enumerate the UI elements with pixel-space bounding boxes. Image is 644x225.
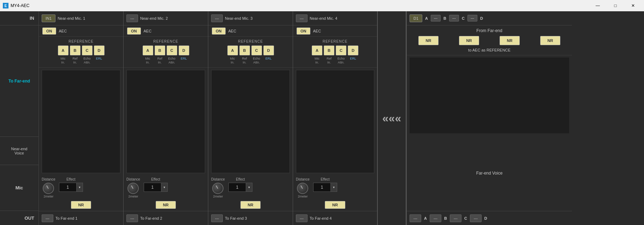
ch3-ref-c[interactable]: C [251,45,262,55]
ch1-dist-knob[interactable] [43,183,54,194]
ch1-on-button[interactable]: ON [42,28,56,35]
ch3-out-button[interactable]: --- [211,214,223,222]
ch4-ref-label-c: EchoAttn. [336,57,346,65]
far-end-voice-section: Far-end Voice [407,135,572,211]
right-nr-1[interactable]: NR [418,36,439,45]
ch2-ref-a[interactable]: A [143,45,153,55]
right-a-btn[interactable]: --- [431,15,441,22]
ch4-header: --- Near-end Mic. 4 [293,11,377,25]
ch2-dist-knob[interactable] [127,183,139,194]
ch2-out: --- To Far-end 2 [124,211,208,225]
ch1-ref-c[interactable]: C [82,45,93,55]
channel-4: --- Near-end Mic. 4 ON AEC REFERENCE A B… [293,11,378,225]
ch4-effect-label: Effect [321,177,329,181]
right-out-row: --- A --- B --- C --- D [407,211,572,225]
ch3-effect-arrow[interactable]: ▼ [246,183,252,192]
ch4-nr-button[interactable]: NR [325,201,345,209]
ch2-nr-button[interactable]: NR [156,201,176,209]
to-far-end-label: To Far-end [0,25,38,137]
title-bar: E MY4-AEC — □ ✕ [0,0,644,11]
ch3-ref-a[interactable]: A [227,45,238,55]
right-c-btn[interactable]: --- [467,15,477,22]
ch2-ref-c[interactable]: C [167,45,177,55]
ch1-label: Near-end Mic. 1 [58,16,85,20]
ch1-ref-a[interactable]: A [58,45,68,55]
ch2-graph [126,70,205,173]
right-b-label: B [442,16,448,20]
ch1-in-button[interactable]: IN1 [42,14,55,22]
ch3-in-button[interactable]: --- [211,14,223,22]
right-out-btn-3[interactable]: --- [450,214,461,222]
ch2-aec-label: AEC [144,29,152,33]
ch3-nr-button[interactable]: NR [240,201,261,209]
right-out-a: A [423,216,428,220]
ch2-in-button[interactable]: --- [126,14,138,22]
ch1-ref-d[interactable]: D [94,45,105,55]
ch2-reference: REFERENCE A B C D MicIn. RefIn. EchoAttn… [124,37,208,68]
ch2-ref-title: REFERENCE [126,39,205,43]
ch3-effect-label: Effect [236,177,245,181]
ch4-out-button[interactable]: --- [296,214,308,222]
ch4-dist-knob[interactable] [297,183,308,194]
ch3-dist-knob[interactable] [212,183,223,194]
right-nr-2[interactable]: NR [459,36,479,45]
right-out-btn-1[interactable]: --- [410,214,421,222]
ch1-ref-label-b: RefIn. [70,57,80,65]
right-out-btn-4[interactable]: --- [470,214,482,222]
minimize-button[interactable]: — [590,0,606,11]
ch3-effect-value: 1 [228,183,246,192]
ch4-out-label: To Far-end 4 [310,216,332,220]
ch2-effect-label: Effect [151,177,160,181]
ch3-ref-b[interactable]: B [239,45,250,55]
ch4-on-button[interactable]: ON [297,28,310,35]
ch4-effect-arrow[interactable]: ▼ [331,183,337,192]
ch2-out-button[interactable]: --- [126,214,138,222]
ch3-header: --- Near-end Mic. 3 [208,11,293,25]
right-out-b: B [443,216,448,220]
ch4-dist-label: Distance [296,177,310,181]
ch3-on-button[interactable]: ON [212,28,226,35]
ch1-nr-button[interactable]: NR [71,201,91,209]
ch1-ref-label-d: ERL [94,57,105,65]
ch1-header: IN1 Near-end Mic. 1 [39,11,123,25]
ch2-effect-arrow[interactable]: ▼ [161,183,168,192]
ch3-ref-d[interactable]: D [263,45,274,55]
ch2-out-label: To Far-end 2 [140,216,162,220]
app-title: MY4-AEC [11,3,29,8]
close-button[interactable]: ✕ [625,0,641,11]
ch4-ref-c[interactable]: C [336,45,346,55]
right-nr-4[interactable]: NR [540,36,561,45]
ch1-out-label: To Far-end 1 [55,216,77,220]
ch1-out-button[interactable]: --- [42,214,53,222]
ch2-label: Near-end Mic. 2 [140,16,168,20]
right-nr-3[interactable]: NR [500,36,520,45]
ch1-ref-title: REFERENCE [42,39,120,43]
ch1-reference: REFERENCE A B C D MicIn. RefIn. EchoAttn… [39,37,123,68]
ch1-effect-arrow[interactable]: ▼ [77,183,83,192]
ch3-label: Near-end Mic. 3 [225,16,252,20]
right-out-btn-2[interactable]: --- [430,214,441,222]
right-b-btn[interactable]: --- [449,15,459,22]
ch2-on-button[interactable]: ON [127,28,141,35]
to-aec-label: to AEC as REFERENCE [410,48,569,52]
app-icon: E [3,3,8,8]
right-c-label: C [460,16,466,20]
ch4-ref-label-b: RefIn. [324,57,334,65]
ch4-ref-a[interactable]: A [312,45,322,55]
maximize-button[interactable]: □ [607,0,624,11]
right-out-c: C [463,216,469,220]
right-d1-btn[interactable]: D1 [410,14,422,22]
right-out-d: D [483,216,489,220]
ch3-reference: REFERENCE A B C D MicIn. RefIn. EchoAttn… [208,37,293,68]
ch4-ref-d[interactable]: D [348,45,358,55]
ch4-in-button[interactable]: --- [296,14,308,22]
ch2-ref-b[interactable]: B [155,45,165,55]
right-panel: D1 A --- B --- C --- D From Far-end NR N… [406,11,572,225]
ch2-ref-label-c: EchoAttn. [167,57,177,65]
ch3-ref-label-b: RefIn. [239,57,250,65]
ch2-ref-d[interactable]: D [179,45,189,55]
ch1-ref-label-a: MicIn. [58,57,68,65]
ch2-effect-value: 1 [144,183,161,192]
ch4-ref-b[interactable]: B [324,45,334,55]
ch1-ref-b[interactable]: B [70,45,80,55]
